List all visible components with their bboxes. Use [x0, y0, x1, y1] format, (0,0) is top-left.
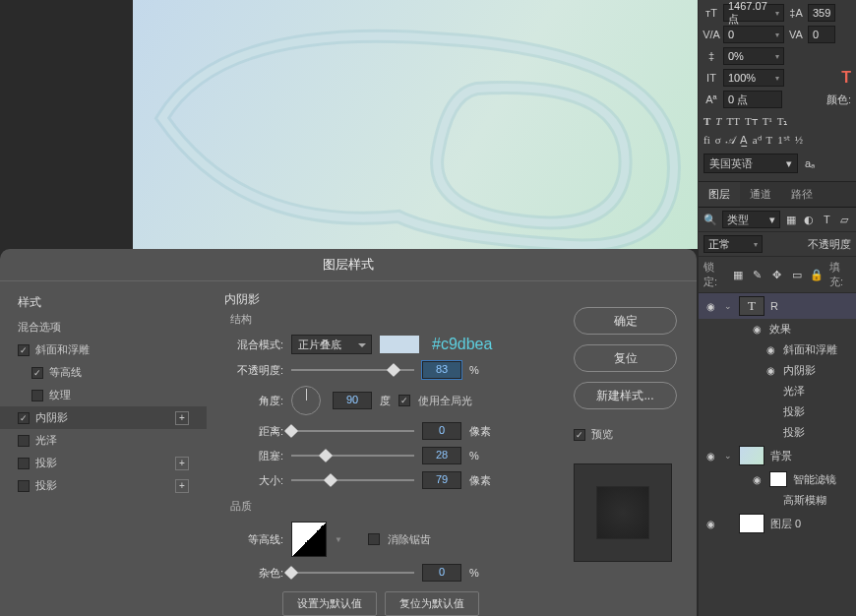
allcaps-button[interactable]: TT: [726, 115, 739, 128]
set-default-button[interactable]: 设置为默认值: [282, 591, 377, 616]
reset-button[interactable]: 复位: [574, 344, 677, 372]
bold-button[interactable]: T: [703, 115, 710, 128]
layer-text-r[interactable]: ⌄ T R: [699, 293, 856, 319]
lock-artboard-icon[interactable]: ▭: [790, 267, 804, 282]
noise-input[interactable]: 0: [422, 564, 461, 582]
checkbox-icon[interactable]: [18, 412, 30, 424]
anti-alias-checkbox[interactable]: [368, 533, 380, 545]
lock-position-icon[interactable]: ✥: [770, 267, 784, 282]
fx-header[interactable]: 效果: [699, 319, 856, 339]
size-slider[interactable]: [291, 479, 414, 481]
superscript-button[interactable]: T¹: [763, 115, 772, 128]
baseline-field[interactable]: 0 点: [723, 91, 782, 108]
blend-mode-select[interactable]: 正常▾: [703, 235, 763, 253]
visibility-icon[interactable]: [764, 343, 777, 357]
stylistic-button[interactable]: 𝒜: [726, 134, 735, 147]
disclosure-icon[interactable]: ⌄: [723, 451, 733, 461]
tab-channels[interactable]: 通道: [740, 182, 781, 207]
visibility-icon[interactable]: [750, 472, 764, 486]
titling-button[interactable]: A̲: [740, 134, 748, 147]
lock-brush-icon[interactable]: ✎: [751, 267, 764, 282]
slashed-zero-button[interactable]: ½: [795, 134, 803, 147]
layer-0[interactable]: 图层 0: [699, 511, 856, 536]
filter-type-icon[interactable]: T: [821, 212, 833, 227]
contour-picker[interactable]: [291, 522, 327, 557]
styles-header[interactable]: 样式: [0, 289, 207, 316]
disclosure-icon[interactable]: ⌄: [723, 301, 733, 311]
ligatures-button[interactable]: fi: [703, 134, 710, 147]
style-bevel[interactable]: 斜面和浮雕: [0, 339, 207, 361]
choke-slider[interactable]: [291, 455, 414, 457]
style-contour[interactable]: 等高线: [0, 361, 207, 384]
checkbox-icon[interactable]: [31, 390, 43, 401]
style-satin[interactable]: 光泽: [0, 429, 207, 452]
italic-button[interactable]: T: [715, 115, 721, 128]
visibility-icon[interactable]: [703, 449, 717, 462]
fx-inner-shadow[interactable]: 内阴影: [699, 360, 856, 381]
angle-input[interactable]: 90: [333, 392, 372, 409]
visibility-icon[interactable]: [764, 364, 777, 378]
tab-layers[interactable]: 图层: [699, 182, 740, 207]
subscript-button[interactable]: T₁: [777, 115, 788, 128]
reset-default-button[interactable]: 复位为默认值: [385, 591, 479, 616]
style-drop-shadow-2[interactable]: 投影: [0, 474, 207, 497]
checkbox-icon[interactable]: [18, 344, 30, 356]
kerning-field[interactable]: 0▾: [723, 26, 784, 43]
global-light-checkbox[interactable]: [398, 395, 410, 406]
filter-shape-icon[interactable]: ▱: [838, 212, 851, 227]
hscale-field[interactable]: 100%▾: [723, 69, 784, 87]
layer-bg[interactable]: ⌄ 背景: [699, 443, 856, 468]
oldstyle-button[interactable]: 1ˢᵗ: [777, 134, 790, 147]
style-inner-shadow[interactable]: 内阴影: [0, 406, 207, 429]
ordinals-button[interactable]: aᵈ: [753, 134, 762, 147]
leading-field[interactable]: 359: [808, 4, 835, 22]
new-style-button[interactable]: 新建样式...: [574, 382, 677, 409]
vscale-field[interactable]: 0%▾: [723, 47, 784, 65]
filter-type-select[interactable]: 类型▾: [722, 211, 780, 228]
font-size-field[interactable]: 1467.07 点▾: [723, 4, 784, 22]
search-icon[interactable]: 🔍: [703, 212, 717, 227]
filter-adjust-icon[interactable]: ◐: [803, 212, 816, 227]
opacity-slider[interactable]: [291, 369, 414, 371]
smallcaps-button[interactable]: Tᴛ: [745, 115, 758, 128]
swash-button[interactable]: σ: [715, 134, 721, 147]
visibility-icon[interactable]: [750, 323, 764, 337]
size-input[interactable]: 79: [422, 471, 461, 489]
distance-input[interactable]: 0: [422, 422, 461, 440]
checkbox-icon[interactable]: [18, 435, 30, 447]
lock-pixels-icon[interactable]: ▦: [731, 267, 745, 282]
opacity-input[interactable]: 83: [422, 361, 461, 379]
smart-filters-header[interactable]: 智能滤镜: [699, 468, 856, 490]
add-effect-icon[interactable]: [175, 411, 189, 425]
checkbox-icon[interactable]: [18, 458, 30, 469]
tab-paths[interactable]: 路径: [781, 182, 823, 207]
add-effect-icon[interactable]: [175, 479, 189, 493]
choke-input[interactable]: 28: [422, 447, 461, 464]
checkbox-icon[interactable]: [18, 480, 30, 492]
fractions-button[interactable]: T: [766, 134, 773, 147]
ok-button[interactable]: 确定: [574, 307, 677, 335]
fx-satin[interactable]: 光泽: [699, 381, 856, 401]
angle-dial[interactable]: [291, 386, 321, 415]
blend-mode-select[interactable]: 正片叠底: [291, 335, 372, 354]
fx-bevel[interactable]: 斜面和浮雕: [699, 339, 856, 360]
anti-alias-select[interactable]: aₐ: [802, 155, 818, 171]
lock-all-icon[interactable]: 🔒: [810, 267, 824, 282]
fx-drop-shadow-1[interactable]: 投影: [699, 401, 856, 422]
checkbox-icon[interactable]: [31, 367, 43, 379]
noise-slider[interactable]: [291, 572, 414, 574]
visibility-icon[interactable]: [703, 299, 717, 313]
distance-slider[interactable]: [291, 430, 414, 432]
blending-options-row[interactable]: 混合选项: [0, 316, 207, 339]
style-drop-shadow-1[interactable]: 投影: [0, 452, 207, 474]
visibility-icon[interactable]: [703, 517, 717, 530]
add-effect-icon[interactable]: [175, 457, 189, 470]
style-texture[interactable]: 纹理: [0, 384, 207, 406]
preview-checkbox[interactable]: [574, 429, 585, 441]
color-swatch[interactable]: [380, 336, 419, 353]
filter-gaussian[interactable]: 高斯模糊: [699, 490, 856, 511]
fx-drop-shadow-2[interactable]: 投影: [699, 422, 856, 443]
language-select[interactable]: 美国英语▾: [703, 154, 798, 173]
filter-pixel-icon[interactable]: ▦: [785, 212, 798, 227]
tracking-field[interactable]: 0: [808, 26, 835, 43]
